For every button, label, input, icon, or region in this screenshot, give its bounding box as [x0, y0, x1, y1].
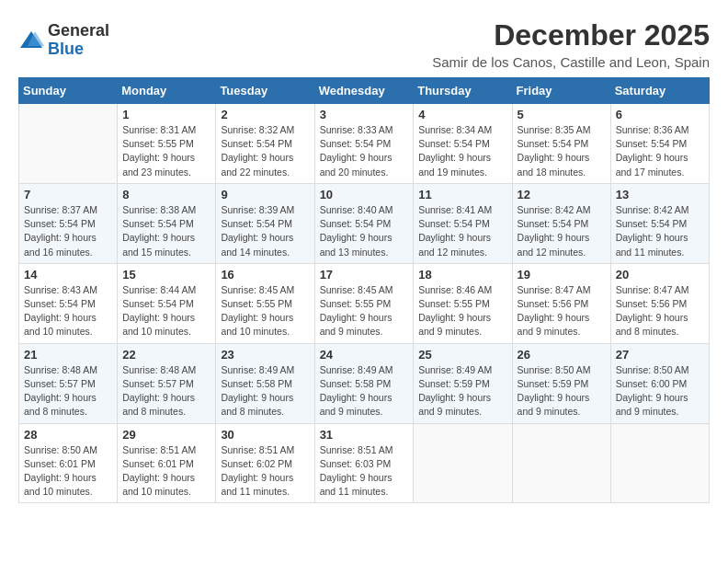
day-info: Sunrise: 8:33 AMSunset: 5:54 PMDaylight:…	[320, 123, 409, 179]
calendar-cell: 22Sunrise: 8:48 AMSunset: 5:57 PMDayligh…	[118, 343, 216, 423]
logo-icon	[18, 28, 44, 53]
day-number: 23	[221, 348, 309, 362]
calendar-week-row: 21Sunrise: 8:48 AMSunset: 5:57 PMDayligh…	[19, 343, 710, 423]
day-number: 21	[24, 348, 112, 362]
day-info: Sunrise: 8:37 AMSunset: 5:54 PMDaylight:…	[24, 203, 112, 259]
day-info: Sunrise: 8:49 AMSunset: 5:58 PMDaylight:…	[221, 363, 309, 419]
calendar-cell: 15Sunrise: 8:44 AMSunset: 5:54 PMDayligh…	[118, 263, 216, 343]
calendar-cell: 26Sunrise: 8:50 AMSunset: 5:59 PMDayligh…	[512, 343, 610, 423]
day-number: 10	[320, 188, 409, 201]
calendar-cell: 29Sunrise: 8:51 AMSunset: 6:01 PMDayligh…	[118, 423, 216, 503]
calendar-cell: 11Sunrise: 8:41 AMSunset: 5:54 PMDayligh…	[414, 183, 512, 263]
day-info: Sunrise: 8:32 AMSunset: 5:54 PMDaylight:…	[221, 123, 309, 179]
day-number: 15	[122, 268, 210, 282]
calendar-cell: 31Sunrise: 8:51 AMSunset: 6:03 PMDayligh…	[314, 423, 414, 503]
calendar-cell: 6Sunrise: 8:36 AMSunset: 5:54 PMDaylight…	[610, 104, 709, 184]
calendar-cell: 10Sunrise: 8:40 AMSunset: 5:54 PMDayligh…	[314, 183, 414, 263]
title-area: December 2025 Samir de los Canos, Castil…	[432, 18, 710, 70]
day-info: Sunrise: 8:42 AMSunset: 5:54 PMDaylight:…	[616, 203, 704, 259]
day-number: 5	[518, 108, 606, 121]
day-info: Sunrise: 8:42 AMSunset: 5:54 PMDaylight:…	[518, 203, 606, 259]
calendar-cell: 20Sunrise: 8:47 AMSunset: 5:56 PMDayligh…	[610, 263, 709, 343]
calendar-cell: 4Sunrise: 8:34 AMSunset: 5:54 PMDaylight…	[414, 104, 512, 184]
day-info: Sunrise: 8:50 AMSunset: 6:00 PMDaylight:…	[616, 363, 704, 419]
day-number: 31	[320, 428, 409, 442]
day-number: 14	[24, 268, 112, 282]
day-number: 3	[320, 108, 409, 121]
calendar-cell: 17Sunrise: 8:45 AMSunset: 5:55 PMDayligh…	[314, 263, 414, 343]
calendar-cell: 2Sunrise: 8:32 AMSunset: 5:54 PMDaylight…	[216, 104, 314, 184]
calendar-cell: 28Sunrise: 8:50 AMSunset: 6:01 PMDayligh…	[19, 423, 118, 503]
calendar-week-row: 14Sunrise: 8:43 AMSunset: 5:54 PMDayligh…	[19, 263, 710, 343]
day-info: Sunrise: 8:51 AMSunset: 6:03 PMDaylight:…	[320, 443, 409, 500]
day-number: 8	[122, 188, 210, 201]
calendar-cell: 8Sunrise: 8:38 AMSunset: 5:54 PMDaylight…	[118, 183, 216, 263]
day-info: Sunrise: 8:40 AMSunset: 5:54 PMDaylight:…	[320, 203, 409, 259]
day-info: Sunrise: 8:45 AMSunset: 5:55 PMDaylight:…	[320, 283, 409, 339]
calendar-week-row: 1Sunrise: 8:31 AMSunset: 5:55 PMDaylight…	[19, 104, 710, 184]
calendar-cell: 3Sunrise: 8:33 AMSunset: 5:54 PMDaylight…	[314, 104, 414, 184]
day-info: Sunrise: 8:44 AMSunset: 5:54 PMDaylight:…	[122, 283, 210, 339]
calendar-cell	[414, 423, 512, 503]
day-number: 16	[221, 268, 309, 282]
day-info: Sunrise: 8:38 AMSunset: 5:54 PMDaylight:…	[122, 203, 210, 259]
calendar-cell: 18Sunrise: 8:46 AMSunset: 5:55 PMDayligh…	[414, 263, 512, 343]
day-number: 27	[616, 348, 704, 362]
day-info: Sunrise: 8:51 AMSunset: 6:02 PMDaylight:…	[221, 443, 309, 500]
day-info: Sunrise: 8:48 AMSunset: 5:57 PMDaylight:…	[122, 363, 210, 419]
day-number: 22	[122, 348, 210, 362]
day-number: 11	[418, 188, 506, 201]
day-info: Sunrise: 8:50 AMSunset: 5:59 PMDaylight:…	[518, 363, 606, 419]
calendar-cell: 25Sunrise: 8:49 AMSunset: 5:59 PMDayligh…	[414, 343, 512, 423]
day-number: 30	[221, 428, 309, 442]
calendar-week-row: 28Sunrise: 8:50 AMSunset: 6:01 PMDayligh…	[19, 423, 710, 503]
calendar-cell: 19Sunrise: 8:47 AMSunset: 5:56 PMDayligh…	[512, 263, 610, 343]
day-info: Sunrise: 8:31 AMSunset: 5:55 PMDaylight:…	[122, 123, 210, 179]
calendar-header-friday: Friday	[512, 78, 610, 104]
location-subtitle: Samir de los Canos, Castille and Leon, S…	[432, 54, 710, 70]
day-number: 4	[418, 108, 506, 121]
day-number: 6	[616, 108, 704, 121]
day-number: 25	[418, 348, 506, 362]
day-info: Sunrise: 8:34 AMSunset: 5:54 PMDaylight:…	[418, 123, 506, 179]
calendar-cell: 14Sunrise: 8:43 AMSunset: 5:54 PMDayligh…	[19, 263, 118, 343]
logo-blue-text: Blue	[48, 40, 109, 59]
day-info: Sunrise: 8:49 AMSunset: 5:58 PMDaylight:…	[320, 363, 409, 419]
calendar-cell	[610, 423, 709, 503]
calendar-cell: 1Sunrise: 8:31 AMSunset: 5:55 PMDaylight…	[118, 104, 216, 184]
day-number: 1	[122, 108, 210, 121]
calendar-week-row: 7Sunrise: 8:37 AMSunset: 5:54 PMDaylight…	[19, 183, 710, 263]
day-number: 7	[24, 188, 112, 201]
day-info: Sunrise: 8:48 AMSunset: 5:57 PMDaylight:…	[24, 363, 112, 419]
day-number: 19	[518, 268, 606, 282]
calendar-cell: 27Sunrise: 8:50 AMSunset: 6:00 PMDayligh…	[610, 343, 709, 423]
day-info: Sunrise: 8:45 AMSunset: 5:55 PMDaylight:…	[221, 283, 309, 339]
day-number: 24	[320, 348, 409, 362]
day-info: Sunrise: 8:35 AMSunset: 5:54 PMDaylight:…	[518, 123, 606, 179]
calendar-cell: 12Sunrise: 8:42 AMSunset: 5:54 PMDayligh…	[512, 183, 610, 263]
page-header: General Blue December 2025 Samir de los …	[18, 18, 710, 70]
day-number: 29	[122, 428, 210, 442]
calendar-cell: 5Sunrise: 8:35 AMSunset: 5:54 PMDaylight…	[512, 104, 610, 184]
day-number: 17	[320, 268, 409, 282]
calendar-cell: 16Sunrise: 8:45 AMSunset: 5:55 PMDayligh…	[216, 263, 314, 343]
calendar-header-wednesday: Wednesday	[314, 78, 414, 104]
calendar-header-tuesday: Tuesday	[216, 78, 314, 104]
day-info: Sunrise: 8:39 AMSunset: 5:54 PMDaylight:…	[221, 203, 309, 259]
calendar-cell: 9Sunrise: 8:39 AMSunset: 5:54 PMDaylight…	[216, 183, 314, 263]
logo: General Blue	[18, 22, 109, 59]
day-info: Sunrise: 8:51 AMSunset: 6:01 PMDaylight:…	[122, 443, 210, 500]
calendar-cell: 24Sunrise: 8:49 AMSunset: 5:58 PMDayligh…	[314, 343, 414, 423]
logo-general-text: General	[48, 22, 109, 40]
day-number: 9	[221, 188, 309, 201]
calendar-cell: 7Sunrise: 8:37 AMSunset: 5:54 PMDaylight…	[19, 183, 118, 263]
day-number: 18	[418, 268, 506, 282]
day-number: 2	[221, 108, 309, 121]
calendar-header-sunday: Sunday	[19, 78, 118, 104]
calendar-cell: 23Sunrise: 8:49 AMSunset: 5:58 PMDayligh…	[216, 343, 314, 423]
calendar-header-monday: Monday	[118, 78, 216, 104]
calendar-cell: 13Sunrise: 8:42 AMSunset: 5:54 PMDayligh…	[610, 183, 709, 263]
day-number: 12	[518, 188, 606, 201]
month-title: December 2025	[432, 18, 710, 52]
calendar-header-saturday: Saturday	[610, 78, 709, 104]
